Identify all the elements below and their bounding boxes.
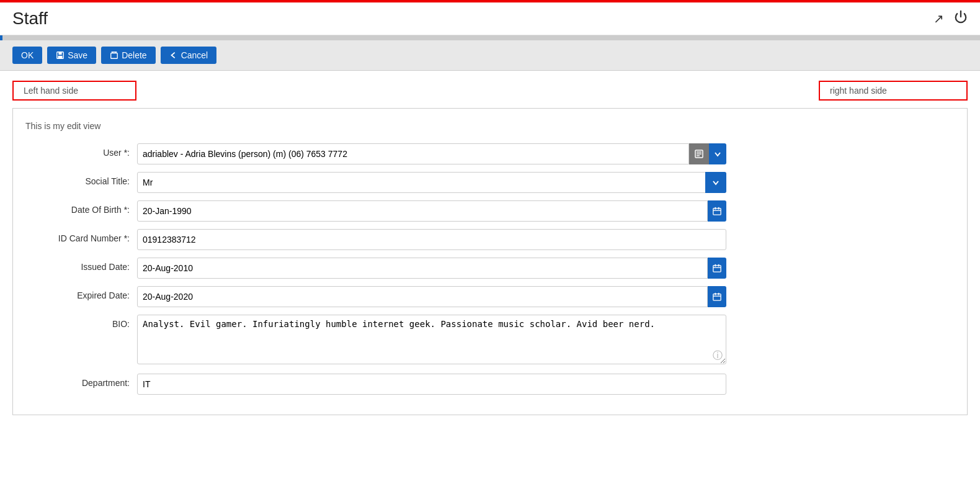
user-input[interactable]	[137, 143, 689, 164]
user-label: User *:	[25, 143, 137, 158]
svg-rect-4	[111, 53, 118, 59]
id-card-row: ID Card Number *:	[25, 229, 955, 250]
right-hand-side-label: right hand side	[819, 81, 968, 101]
user-dropdown-button[interactable]	[709, 143, 726, 164]
left-hand-side-label: Left hand side	[12, 81, 136, 101]
form-container: This is my edit view User *: Social Titl…	[12, 108, 968, 415]
svg-rect-20	[713, 294, 721, 301]
user-field	[137, 143, 726, 164]
bio-textarea[interactable]	[137, 315, 726, 364]
id-card-input[interactable]	[137, 229, 726, 250]
cancel-button[interactable]: Cancel	[161, 47, 217, 64]
expired-date-input[interactable]	[137, 286, 708, 307]
issued-date-field	[137, 258, 726, 279]
expired-date-label: Expired Date:	[25, 286, 137, 300]
department-field	[137, 374, 726, 395]
id-card-label: ID Card Number *:	[25, 229, 137, 243]
bio-label: BIO:	[25, 315, 137, 329]
ok-button[interactable]: OK	[12, 47, 42, 64]
expired-date-row: Expired Date:	[25, 286, 955, 307]
form-note: This is my edit view	[25, 121, 955, 131]
user-list-icon-button[interactable]	[689, 143, 709, 164]
social-title-field: Mr Mrs Ms Dr	[137, 172, 726, 193]
dob-field	[137, 200, 726, 222]
side-labels-row: Left hand side right hand side	[12, 81, 968, 101]
save-button[interactable]: Save	[47, 47, 96, 64]
svg-rect-12	[713, 209, 721, 215]
bio-row: BIO: ⓘ	[25, 315, 955, 366]
dob-row: Date Of Birth *:	[25, 200, 955, 222]
department-label: Department:	[25, 374, 137, 388]
header: Staff ↗︎	[0, 2, 980, 35]
social-title-select[interactable]: Mr Mrs Ms Dr	[137, 172, 726, 193]
progress-bar	[0, 35, 980, 40]
page-title: Staff	[12, 9, 48, 29]
department-row: Department:	[25, 374, 955, 395]
issued-date-label: Issued Date:	[25, 258, 137, 272]
dob-calendar-button[interactable]	[708, 200, 726, 222]
bio-info-icon: ⓘ	[713, 349, 723, 362]
department-input[interactable]	[137, 374, 726, 395]
share-icon[interactable]: ↗︎	[933, 11, 944, 26]
issued-date-input[interactable]	[137, 258, 708, 279]
expired-date-calendar-button[interactable]	[708, 286, 726, 307]
svg-rect-16	[713, 266, 721, 272]
svg-rect-3	[58, 56, 63, 58]
social-title-label: Social Title:	[25, 172, 137, 186]
toolbar: OK Save Delete Cancel	[0, 40, 980, 71]
power-icon[interactable]	[954, 10, 968, 27]
issued-date-row: Issued Date:	[25, 258, 955, 279]
id-card-field	[137, 229, 726, 250]
dob-label: Date Of Birth *:	[25, 200, 137, 215]
svg-rect-2	[59, 52, 62, 55]
user-row: User *:	[25, 143, 955, 164]
social-title-row: Social Title: Mr Mrs Ms Dr	[25, 172, 955, 193]
delete-button[interactable]: Delete	[101, 47, 155, 64]
expired-date-field	[137, 286, 726, 307]
dob-input[interactable]	[137, 200, 708, 222]
bio-field: ⓘ	[137, 315, 726, 366]
issued-date-calendar-button[interactable]	[708, 258, 726, 279]
